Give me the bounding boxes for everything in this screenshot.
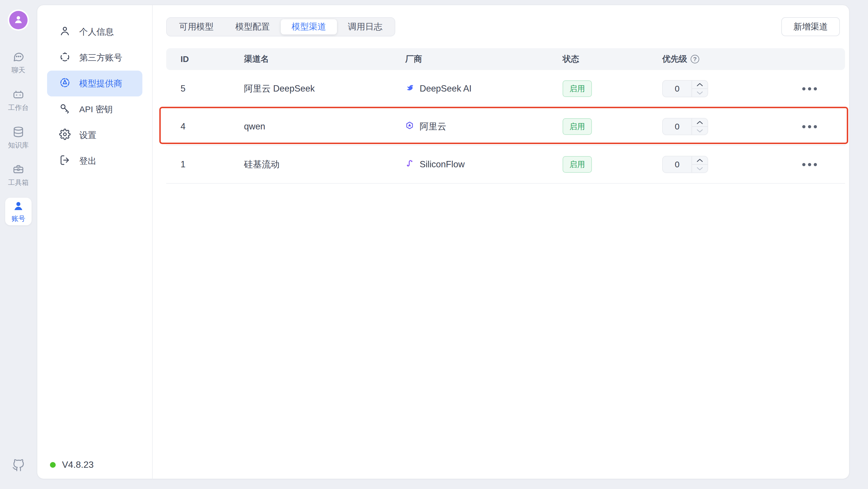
rail-item-label: 工具箱	[8, 178, 29, 187]
stepper-buttons	[691, 156, 708, 172]
column-header-channel-name: 渠道名	[244, 53, 405, 65]
table-row[interactable]: 1 硅基流动 SiliconFlow 启用 0	[166, 146, 845, 184]
priority-stepper[interactable]: 0	[662, 156, 708, 173]
cell-actions	[774, 83, 845, 94]
sidebar-item-third-party-accounts[interactable]: 第三方账号	[47, 45, 143, 71]
sidebar-item-label: 设置	[79, 129, 96, 141]
topbar: 可用模型 模型配置 模型渠道 调用日志 新增渠道	[166, 17, 845, 36]
increment-button[interactable]	[692, 119, 708, 127]
person-icon	[59, 25, 71, 39]
cell-vendor: 阿里云	[405, 121, 563, 133]
status-badge: 启用	[563, 156, 592, 173]
rail-item-workspace[interactable]: 工作台	[4, 88, 33, 112]
priority-value[interactable]: 0	[663, 119, 691, 135]
share-network-icon	[59, 51, 71, 65]
sidebar-item-settings[interactable]: 设置	[47, 122, 143, 148]
priority-stepper[interactable]: 0	[662, 118, 708, 135]
chat-bubble-icon	[12, 51, 25, 63]
version-indicator: V4.8.23	[50, 459, 94, 470]
row-actions-button[interactable]	[798, 159, 821, 170]
model-provider-settings-page: 聊天 工作台 知识库 工具箱 账号	[0, 0, 868, 489]
robot-icon	[12, 88, 25, 101]
table-row[interactable]: 4 qwen 阿里云 启用 0	[166, 108, 845, 146]
avatar[interactable]	[9, 11, 28, 29]
app-rail: 聊天 工作台 知识库 工具箱 账号	[0, 0, 37, 489]
sidebar-item-model-providers[interactable]: 模型提供商	[47, 71, 143, 96]
cell-vendor: SiliconFlow	[405, 159, 563, 170]
cell-channel-name: 阿里云 DeepSeek	[244, 83, 405, 95]
stepper-buttons	[691, 80, 708, 97]
rail-item-label: 知识库	[8, 141, 29, 150]
key-icon	[59, 103, 71, 116]
rail-item-account[interactable]: 账号	[5, 198, 32, 225]
logout-icon	[59, 154, 71, 168]
increment-button[interactable]	[692, 80, 708, 89]
tab-available-models[interactable]: 可用模型	[168, 19, 224, 34]
cell-priority: 0	[662, 156, 774, 173]
rail-item-label: 聊天	[11, 65, 25, 75]
cell-id: 1	[166, 159, 244, 170]
rail-item-label: 账号	[11, 214, 25, 223]
sidebar-item-label: 模型提供商	[79, 78, 122, 90]
cell-priority: 0	[662, 118, 774, 135]
rail-item-chat[interactable]: 聊天	[4, 51, 33, 75]
increment-button[interactable]	[692, 156, 708, 165]
rail-item-toolbox[interactable]: 工具箱	[4, 163, 33, 187]
tab-model-channels[interactable]: 模型渠道	[281, 19, 337, 34]
help-icon[interactable]: ?	[691, 55, 699, 63]
column-header-priority: 优先级 ?	[662, 53, 774, 65]
siliconflow-icon	[405, 159, 414, 170]
vendor-name: 阿里云	[420, 121, 446, 133]
vendor-name: DeepSeek AI	[420, 84, 472, 94]
cell-vendor: DeepSeek AI	[405, 83, 563, 94]
table-row[interactable]: 5 阿里云 DeepSeek DeepSeek AI 启用 0	[166, 70, 845, 108]
cell-status: 启用	[563, 156, 662, 173]
sidebar-item-label: 登出	[79, 155, 96, 167]
account-sidebar: 个人信息 第三方账号 模型提供商 API 密钥	[37, 5, 153, 479]
sidebar-item-label: 第三方账号	[79, 52, 122, 64]
account-card: 个人信息 第三方账号 模型提供商 API 密钥	[37, 5, 849, 479]
cell-actions	[774, 159, 845, 170]
deepseek-icon	[405, 83, 414, 94]
database-icon	[12, 126, 25, 138]
cell-channel-name: qwen	[244, 121, 405, 132]
priority-stepper[interactable]: 0	[662, 80, 708, 97]
status-badge: 启用	[563, 80, 592, 97]
cell-channel-name: 硅基流动	[244, 158, 405, 170]
decrement-button[interactable]	[692, 165, 708, 172]
toolbox-icon	[12, 163, 25, 175]
decrement-button[interactable]	[692, 89, 708, 97]
qwen-icon	[405, 121, 414, 132]
channel-table: ID 渠道名 厂商 状态 优先级 ? 5 阿里云 DeepSeek	[166, 48, 845, 184]
column-header-status: 状态	[563, 53, 662, 65]
table-header: ID 渠道名 厂商 状态 优先级 ?	[166, 48, 845, 70]
sidebar-item-label: API 密钥	[79, 104, 113, 116]
sidebar-item-api-keys[interactable]: API 密钥	[47, 96, 143, 122]
account-person-icon	[12, 200, 25, 213]
cell-priority: 0	[662, 80, 774, 97]
rail-item-knowledge-base[interactable]: 知识库	[4, 126, 33, 150]
model-channel-content: 可用模型 模型配置 模型渠道 调用日志 新增渠道 ID 渠道名 厂商 状态 优先…	[153, 5, 849, 479]
model-provider-icon	[59, 77, 71, 90]
row-actions-button[interactable]	[798, 83, 821, 94]
stepper-buttons	[691, 119, 708, 135]
column-header-id: ID	[166, 55, 244, 64]
version-text: V4.8.23	[62, 459, 94, 470]
github-icon[interactable]	[12, 459, 25, 473]
sidebar-item-profile[interactable]: 个人信息	[47, 19, 143, 45]
tab-model-config[interactable]: 模型配置	[224, 19, 281, 34]
decrement-button[interactable]	[692, 127, 708, 135]
cell-actions	[774, 121, 845, 132]
priority-value[interactable]: 0	[663, 80, 691, 97]
user-icon	[12, 14, 24, 26]
sidebar-item-logout[interactable]: 登出	[47, 148, 143, 174]
priority-value[interactable]: 0	[663, 156, 691, 172]
tab-call-logs[interactable]: 调用日志	[337, 19, 393, 34]
status-dot	[50, 462, 56, 468]
row-actions-button[interactable]	[798, 121, 821, 132]
add-channel-button[interactable]: 新增渠道	[781, 17, 840, 36]
status-badge: 启用	[563, 118, 592, 135]
gear-icon	[59, 129, 71, 142]
tab-group: 可用模型 模型配置 模型渠道 调用日志	[166, 17, 395, 36]
cell-id: 5	[166, 84, 244, 94]
